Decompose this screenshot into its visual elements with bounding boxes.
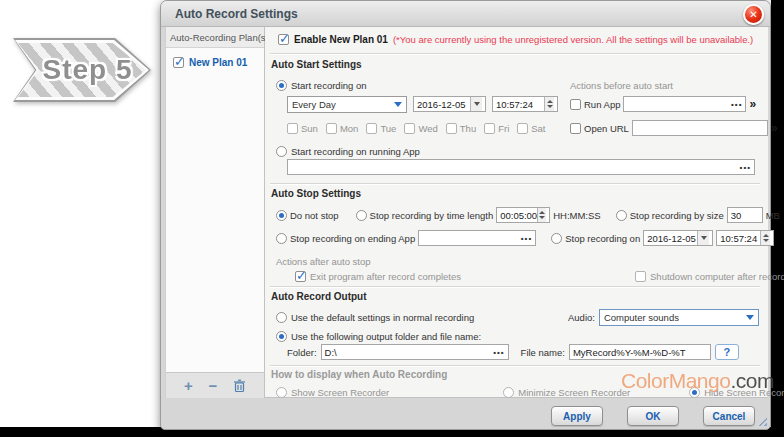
folder-field[interactable]: D:\ ••• [321,344,509,360]
apply-button[interactable]: Apply [551,406,603,426]
watermark-name: ColorMango [621,369,730,392]
day-mon-checkbox[interactable] [326,123,337,134]
start-recording-on-label: Start recording on [291,80,367,91]
stop-by-time-radio[interactable] [356,210,367,221]
day-sun-checkbox[interactable] [287,123,298,134]
open-url-expand-icon[interactable]: » [771,122,778,134]
stop-date-picker[interactable]: 2016-12-05 [643,230,713,246]
open-url-row: Open URL » [570,120,778,136]
cancel-button[interactable]: Cancel [703,406,755,426]
weekday-row: Sun Mon Tue Wed Thu Fri Sat [287,120,546,136]
time-length-spinner[interactable]: 00:05:00 [496,207,550,223]
add-plan-button[interactable]: + [184,378,193,393]
date-dropdown-icon[interactable] [470,97,482,111]
do-not-stop-radio[interactable] [276,210,287,221]
day-wed-checkbox[interactable] [404,123,415,134]
minimize-recorder-label: Minimize Screen Recorder [518,387,630,398]
ok-button[interactable]: OK [627,406,679,426]
auto-start-header: Auto Start Settings [271,59,362,70]
stop-on-ending-app-label: Stop recording on ending App [290,233,415,244]
auto-record-output-header: Auto Record Output [271,291,367,302]
day-tue-checkbox[interactable] [366,123,377,134]
close-icon: ✕ [749,10,757,20]
browse-dots-icon[interactable]: ••• [518,234,532,243]
day-fri-label: Fri [498,123,509,134]
stop-by-time-label: Stop recording by time length [370,210,494,221]
schedule-row: Every Day 2016-12-05 10:57:24 [287,96,558,112]
audio-label: Audio: [568,312,595,323]
remove-plan-button[interactable]: − [208,378,217,393]
actions-after-label: Actions after auto stop [276,253,371,269]
stop-on-ending-app-radio[interactable] [276,233,287,244]
start-time-spinner[interactable]: 10:57:24 [492,96,558,112]
dialog-titlebar[interactable]: Auto Record Settings ✕ [161,1,770,27]
run-app-expand-icon[interactable]: » [749,98,756,110]
plan-label: New Plan 01 [189,57,247,68]
stop-mode-row: Do not stop Stop recording by time lengt… [276,207,780,223]
start-on-app-radio[interactable] [276,146,287,157]
use-custom-radio[interactable] [276,331,287,342]
exit-program-checkbox[interactable] [295,271,306,282]
separator [270,53,760,54]
running-app-field[interactable]: ••• [287,159,755,175]
resize-grip[interactable] [757,416,767,426]
chevron-down-icon [746,315,754,320]
shutdown-checkbox[interactable] [635,271,646,282]
time-spin-icon[interactable] [537,208,546,222]
use-default-label: Use the default settings in normal recor… [291,312,474,323]
do-not-stop-label: Do not stop [290,210,339,221]
plan-list-item[interactable]: New Plan 01 [166,57,264,68]
delete-plan-button[interactable] [233,379,246,393]
browse-dots-icon[interactable]: ••• [737,163,751,172]
stop-time-value: 10:57:24 [720,233,757,244]
audio-row: Audio: Computer sounds [568,309,759,325]
browse-dots-icon[interactable]: ••• [728,100,742,109]
frequency-select[interactable]: Every Day [287,96,407,113]
minimize-recorder-radio[interactable] [503,387,514,398]
date-dropdown-icon[interactable] [697,231,709,245]
filename-value: MyRecord%Y-%M-%D-%T [573,347,686,358]
day-sat-checkbox[interactable] [517,123,528,134]
day-thu-checkbox[interactable] [446,123,457,134]
stop-on-datetime-radio[interactable] [551,233,562,244]
close-button[interactable]: ✕ [743,4,764,25]
run-app-checkbox[interactable] [570,99,581,110]
exit-program-label: Exit program after record completes [310,271,461,282]
use-default-radio[interactable] [276,312,287,323]
run-app-field[interactable]: ••• [623,96,746,112]
unregistered-note: (*You are currently using the unregister… [393,34,753,45]
question-icon: ? [724,346,731,358]
frequency-value: Every Day [292,99,336,110]
day-fri-checkbox[interactable] [484,123,495,134]
watermark: ColorMango.com [621,369,774,393]
filename-help-button[interactable]: ? [715,344,739,360]
ending-app-field[interactable]: ••• [418,230,536,246]
time-format-label: HH:MM:SS [553,210,601,221]
time-spin-icon[interactable] [544,97,554,111]
day-sat-label: Sat [531,123,545,134]
open-url-field[interactable] [632,120,768,136]
open-url-checkbox[interactable] [570,123,581,134]
stop-time-spinner[interactable]: 10:57:24 [716,230,774,246]
show-recorder-label: Show Screen Recorder [291,387,389,398]
start-recording-on-radio[interactable] [276,80,287,91]
show-recorder-radio[interactable] [276,387,287,398]
stop-by-size-label: Stop recording by size [630,210,724,221]
audio-select[interactable]: Computer sounds [599,309,759,326]
stop-date-value: 2016-12-05 [647,233,696,244]
plan-checkbox[interactable] [173,57,184,68]
filename-field[interactable]: MyRecord%Y-%M-%D-%T [569,344,711,360]
enable-plan-checkbox[interactable] [278,34,289,45]
step-badge: Step 5 [13,38,151,102]
stop-by-size-radio[interactable] [616,210,627,221]
size-unit-label: MB [766,210,780,221]
output-path-row: Folder: D:\ ••• File name: MyRecord%Y-%M… [287,344,739,360]
folder-value: D:\ [325,347,337,358]
watermark-tld: .com [730,369,774,392]
time-spin-icon[interactable] [760,231,770,245]
start-time-value: 10:57:24 [496,99,533,110]
size-field[interactable]: 30 [727,207,763,223]
browse-dots-icon[interactable]: ••• [490,348,504,357]
start-date-picker[interactable]: 2016-12-05 [413,96,486,112]
auto-stop-header: Auto Stop Settings [271,188,361,199]
